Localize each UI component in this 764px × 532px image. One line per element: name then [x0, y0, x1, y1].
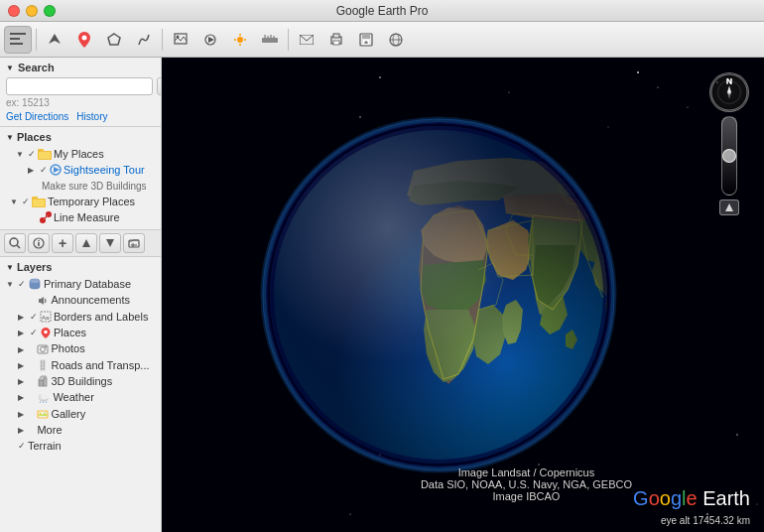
photos-icon	[37, 343, 49, 355]
maximize-button[interactable]	[44, 5, 56, 17]
sidebar-info-button[interactable]	[28, 233, 50, 253]
sidebar-search-button[interactable]	[4, 233, 26, 253]
places-expand-icon[interactable]: ▼	[6, 133, 14, 142]
maps-button[interactable]	[382, 26, 410, 54]
get-directions-link[interactable]: Get Directions	[6, 111, 68, 122]
svg-marker-50	[106, 239, 114, 247]
svg-marker-107	[725, 203, 733, 211]
svg-line-70	[40, 401, 41, 403]
sightseeing-expander[interactable]: ▶	[28, 165, 38, 175]
history-link[interactable]: History	[76, 111, 107, 122]
temporary-places-label: Temporary Places	[48, 195, 135, 208]
terrain-label: Terrain	[28, 439, 62, 453]
search-label: Search	[18, 62, 55, 73]
sightseeing-label[interactable]: Sightseeing Tour	[64, 163, 145, 177]
sidebar-add-button[interactable]: +	[52, 233, 73, 253]
borders-check[interactable]: ✓	[30, 312, 38, 322]
add-placemark-button[interactable]	[70, 26, 98, 54]
svg-text:N: N	[726, 76, 731, 85]
compass-rose[interactable]: N	[709, 72, 749, 112]
line-measure-label: Line Measure	[54, 210, 120, 224]
email-button[interactable]	[293, 26, 320, 54]
add-path-button[interactable]	[130, 26, 158, 54]
svg-line-71	[43, 401, 44, 403]
svg-point-89	[349, 513, 350, 514]
my-places-check[interactable]: ✓	[28, 149, 36, 159]
svg-point-44	[10, 238, 18, 246]
save-image-button[interactable]	[352, 26, 380, 54]
traffic-lights[interactable]	[8, 5, 56, 17]
3d-expander[interactable]: ▶	[18, 376, 28, 386]
svg-point-88	[757, 504, 758, 505]
3d-buildings-icon	[37, 375, 49, 387]
borders-expander[interactable]: ▶	[18, 312, 28, 322]
overlay-button[interactable]	[167, 26, 194, 54]
places-header: ▼ Places	[6, 131, 155, 143]
close-button[interactable]	[8, 5, 20, 17]
temporary-places-check[interactable]: ✓	[22, 197, 30, 206]
sidebar-move-down-button[interactable]	[99, 233, 121, 253]
search-expand-icon[interactable]: ▼	[6, 64, 14, 72]
earth-view[interactable]: Image Landsat / Copernicus Data SIO, NOA…	[162, 58, 764, 532]
layers-expand-icon[interactable]: ▼	[6, 263, 14, 272]
title-bar: Google Earth Pro	[0, 0, 764, 22]
sidebar-folder-button[interactable]	[123, 233, 145, 253]
sightseeing-check[interactable]: ✓	[40, 165, 48, 175]
photos-label: Photos	[51, 341, 84, 355]
svg-marker-37	[54, 167, 60, 173]
search-input[interactable]	[6, 77, 153, 95]
my-places-expander[interactable]: ▼	[16, 149, 26, 159]
eye-alt-status: eye alt 17454.32 km	[661, 515, 750, 526]
ruler-button[interactable]	[256, 26, 284, 54]
print-button[interactable]	[322, 26, 350, 54]
add-polygon-button[interactable]	[100, 26, 128, 54]
svg-point-58	[44, 331, 48, 334]
record-tour-button[interactable]	[196, 26, 224, 54]
svg-point-6	[177, 35, 180, 38]
svg-rect-21	[333, 34, 339, 38]
toolbar-separator-2	[162, 29, 163, 51]
places-label: Places	[17, 131, 52, 143]
weather-expander[interactable]: ▶	[18, 392, 28, 402]
sun-button[interactable]	[226, 26, 254, 54]
minimize-button[interactable]	[26, 5, 38, 17]
temporary-places-expander[interactable]: ▼	[10, 197, 20, 206]
svg-point-60	[41, 346, 46, 351]
svg-line-45	[17, 245, 20, 248]
roads-icon	[37, 359, 49, 371]
my-places-label: My Places	[54, 147, 104, 161]
nav-up-button[interactable]	[719, 200, 739, 215]
svg-rect-24	[362, 34, 370, 39]
gallery-expander[interactable]: ▶	[18, 409, 28, 419]
svg-marker-4	[108, 34, 120, 45]
svg-rect-40	[33, 200, 45, 206]
sidebar-toggle-button[interactable]	[4, 26, 32, 54]
sidebar-move-up-button[interactable]	[75, 233, 97, 253]
places-layer-check[interactable]: ✓	[30, 328, 38, 337]
svg-rect-35	[39, 152, 51, 159]
gallery-label: Gallery	[51, 407, 85, 421]
terrain-check[interactable]: ✓	[18, 441, 26, 451]
primary-db-row: ▼ ✓ Primary Database	[6, 276, 155, 292]
3d-buildings-label: 3D Buildings	[51, 374, 112, 388]
photos-row: ▶ □ Photos	[18, 340, 155, 356]
line-measure-icon	[40, 211, 52, 223]
primary-db-expander[interactable]: ▼	[6, 279, 16, 289]
svg-text:Aa: Aa	[42, 315, 50, 321]
zoom-handle[interactable]	[722, 149, 736, 163]
more-expander[interactable]: ▶	[18, 425, 28, 435]
main-toolbar	[0, 22, 764, 58]
search-header: ▼ Search	[6, 62, 155, 73]
fly-to-button[interactable]	[41, 26, 68, 54]
search-links: Get Directions History	[6, 111, 155, 122]
places-layer-expander[interactable]: ▶	[18, 328, 28, 337]
zoom-slider[interactable]	[721, 116, 737, 196]
primary-db-check[interactable]: ✓	[18, 279, 26, 289]
places-layer-label: Places	[54, 326, 86, 339]
svg-rect-64	[39, 380, 44, 386]
photos-expander[interactable]: ▶	[18, 344, 28, 354]
roads-expander[interactable]: ▶	[18, 360, 28, 370]
3d-buildings-row: ▶ □ 3D Buildings	[18, 373, 155, 389]
globe	[260, 116, 617, 473]
weather-label: Weather	[53, 390, 93, 404]
